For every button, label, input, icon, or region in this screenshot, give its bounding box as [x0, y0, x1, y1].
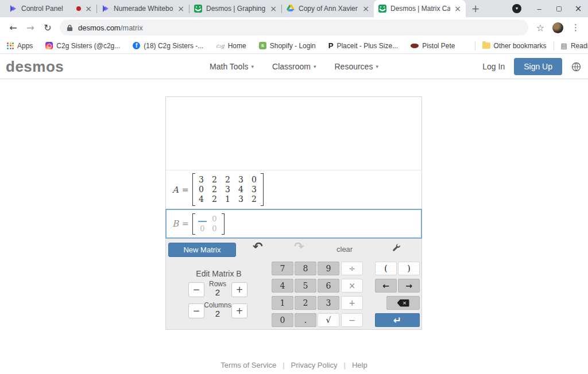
new-tab-button[interactable]: +: [471, 3, 479, 14]
privacy-policy-link[interactable]: Privacy Policy: [291, 361, 338, 369]
key-enter[interactable]: ↵: [375, 313, 420, 327]
matrix-cell[interactable]: 3: [225, 185, 230, 194]
tab-title: Numerade Whiteboard: [114, 5, 173, 13]
numerade-icon: [9, 5, 17, 13]
url-host: desmos.com: [78, 24, 121, 32]
matrix-cell-placeholder[interactable]: 0: [212, 225, 216, 233]
matrix-cell[interactable]: 2: [212, 185, 217, 194]
back-button[interactable]: ←: [5, 22, 22, 33]
language-globe-icon[interactable]: [571, 62, 581, 72]
reload-button[interactable]: ↻: [39, 22, 56, 33]
window-close-button[interactable]: ×: [568, 3, 588, 14]
matrix-cell[interactable]: 2: [212, 194, 217, 204]
key-arrow-left[interactable]: ←: [375, 279, 397, 293]
matrix-cell[interactable]: 4: [199, 194, 204, 204]
key-3[interactable]: 3: [318, 296, 339, 310]
key-minus[interactable]: −: [341, 313, 363, 327]
key-backspace[interactable]: ×: [386, 296, 420, 310]
matrix-cell[interactable]: 1: [225, 194, 230, 204]
key-multiply[interactable]: ×: [341, 279, 363, 293]
tab-title: Desmos | Matrix Calculator: [390, 5, 450, 13]
rows-decrement-button[interactable]: −: [188, 282, 204, 297]
nav-resources[interactable]: Resources ▾: [334, 62, 378, 71]
tab-drive-doc[interactable]: Copy of Ann Xavier Ganter ×: [282, 0, 374, 17]
rows-increment-button[interactable]: +: [231, 282, 247, 297]
tab-desmos-matrix-active[interactable]: Desmos | Matrix Calculator ×: [374, 0, 466, 17]
key-decimal[interactable]: .: [295, 313, 316, 327]
matrix-cell-placeholder[interactable]: 0: [212, 215, 216, 223]
key-plus[interactable]: +: [341, 296, 363, 310]
key-2[interactable]: 2: [295, 296, 316, 310]
close-icon[interactable]: ×: [177, 5, 184, 13]
matrix-cell[interactable]: 3: [238, 194, 243, 204]
address-bar[interactable]: desmos.com/matrix: [60, 20, 528, 36]
close-icon[interactable]: ×: [454, 5, 461, 13]
reading-list-button[interactable]: ▤ Reading list: [561, 42, 588, 50]
nav-classroom[interactable]: Classroom ▾: [272, 62, 316, 71]
key-paren-close[interactable]: ): [398, 262, 420, 275]
forward-button[interactable]: →: [22, 22, 39, 33]
matrix-cell-placeholder[interactable]: 0: [200, 225, 204, 233]
bookmark-pistol-pete[interactable]: Pistol Pete: [411, 42, 455, 50]
matrix-cell[interactable]: 3: [252, 185, 257, 194]
bookmark-placeit[interactable]: P Placeit - Plus Size...: [328, 41, 398, 50]
matrix-cell-cursor[interactable]: [198, 216, 207, 222]
expression-matrix-a[interactable]: A = 3 2 2 3 0 0 2 3 4 3 4 2 1: [166, 170, 421, 209]
bookmark-star-icon[interactable]: ☆: [536, 22, 544, 33]
key-4[interactable]: 4: [272, 279, 293, 293]
bookmark-apps[interactable]: Apps: [7, 42, 33, 50]
key-0[interactable]: 0: [272, 313, 293, 327]
key-1[interactable]: 1: [272, 296, 293, 310]
other-bookmarks-button[interactable]: Other bookmarks: [482, 42, 547, 50]
desmos-logo[interactable]: desmos: [6, 58, 64, 76]
columns-increment-button[interactable]: +: [231, 303, 247, 318]
tab-search-button[interactable]: ▾: [512, 4, 521, 13]
matrix-cell[interactable]: 0: [199, 185, 204, 194]
wrench-icon[interactable]: [392, 243, 401, 254]
help-link[interactable]: Help: [352, 361, 368, 369]
clear-button[interactable]: clear: [336, 245, 353, 254]
profile-avatar[interactable]: [552, 22, 563, 33]
browser-menu-icon[interactable]: ⋮: [571, 22, 580, 33]
bookmark-facebook[interactable]: f (18) C2g Sisters -...: [133, 42, 203, 50]
matrix-cell[interactable]: 2: [252, 194, 257, 204]
sign-up-button[interactable]: Sign Up: [514, 58, 562, 75]
columns-decrement-button[interactable]: −: [188, 303, 204, 318]
bookmarks-bar: Apps C2g Sisters (@c2g... f (18) C2g Sis…: [0, 38, 588, 54]
key-9[interactable]: 9: [318, 262, 339, 275]
expression-matrix-b-active[interactable]: B = 0 0 0: [165, 209, 422, 239]
close-icon[interactable]: ×: [362, 5, 369, 13]
matrix-cell[interactable]: 2: [212, 175, 217, 185]
key-5[interactable]: 5: [295, 279, 316, 293]
nav-math-tools[interactable]: Math Tools ▾: [210, 62, 254, 71]
restore-button[interactable]: [549, 5, 568, 13]
empty-expression-area[interactable]: [166, 97, 421, 170]
key-sqrt[interactable]: √: [318, 313, 339, 327]
tab-numerade-whiteboard[interactable]: Numerade Whiteboard ×: [97, 0, 189, 17]
key-arrow-right[interactable]: →: [398, 279, 420, 293]
bookmark-shopify[interactable]: s Shopify - Login: [259, 42, 316, 50]
key-7[interactable]: 7: [272, 262, 293, 275]
tab-control-panel[interactable]: Control Panel ×: [5, 0, 96, 17]
matrix-cell[interactable]: 3: [238, 175, 243, 185]
bookmark-instagram[interactable]: C2g Sisters (@c2g...: [45, 42, 120, 50]
undo-icon[interactable]: ↶: [253, 240, 263, 254]
key-divide[interactable]: ÷: [341, 262, 363, 275]
tab-desmos-graphing[interactable]: Desmos | Graphing Calcula ×: [189, 0, 281, 17]
matrix-cell[interactable]: 0: [252, 175, 257, 185]
key-paren-open[interactable]: (: [375, 262, 397, 275]
terms-of-service-link[interactable]: Terms of Service: [220, 361, 276, 369]
key-8[interactable]: 8: [295, 262, 316, 275]
close-icon[interactable]: ×: [270, 5, 277, 13]
matrix-cell[interactable]: 4: [238, 185, 243, 194]
minimize-button[interactable]: –: [529, 5, 549, 13]
log-in-link[interactable]: Log In: [482, 62, 505, 71]
matrix-cell[interactable]: 2: [225, 175, 230, 185]
new-matrix-button[interactable]: New Matrix: [168, 243, 236, 257]
matrix-cell[interactable]: 3: [199, 175, 204, 185]
matrix-calculator-panel: A = 3 2 2 3 0 0 2 3 4 3 4 2 1: [165, 96, 422, 330]
redo-icon[interactable]: ↷: [294, 240, 304, 254]
close-icon[interactable]: ×: [85, 5, 92, 13]
bookmark-home[interactable]: c₂g Home: [216, 42, 246, 50]
key-6[interactable]: 6: [318, 279, 339, 293]
